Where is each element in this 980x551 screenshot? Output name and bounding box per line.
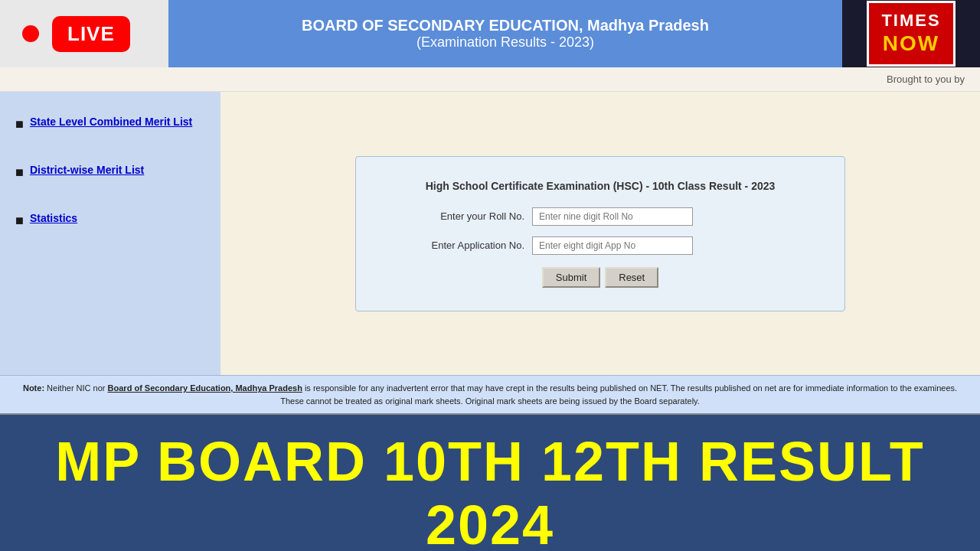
state-level-link[interactable]: State Level Combined Merit List bbox=[30, 115, 192, 130]
sidebar-item-statistics[interactable]: ■ Statistics bbox=[15, 211, 205, 229]
sidebar-item-district-wise[interactable]: ■ District-wise Merit List bbox=[15, 163, 205, 181]
disclaimer-board-link[interactable]: Board of Secondary Education, Madhya Pra… bbox=[108, 383, 302, 393]
bottom-banner-text: MP BOARD 10TH 12TH RESULT 2024 DATE bbox=[15, 430, 965, 551]
roll-no-input[interactable] bbox=[532, 207, 693, 226]
live-label: LIVE bbox=[52, 16, 130, 52]
roll-no-row: Enter your Roll No. bbox=[387, 207, 814, 226]
disclaimer-text1: Note: Neither NIC nor bbox=[23, 383, 108, 393]
brought-to-you: Brought to you by bbox=[887, 73, 965, 85]
statistics-link[interactable]: Statistics bbox=[30, 211, 77, 227]
disclaimer-text2: is responsible for any inadvertent error… bbox=[280, 383, 957, 406]
live-dot-icon bbox=[15, 18, 46, 49]
times-now-logo: TIMES NOW bbox=[842, 0, 980, 67]
district-wise-link[interactable]: District-wise Merit List bbox=[30, 163, 144, 178]
now-text: NOW bbox=[881, 31, 940, 57]
app-no-label: Enter Application No. bbox=[387, 240, 524, 251]
header-title: BOARD OF SECONDARY EDUCATION, Madhya Pra… bbox=[168, 0, 842, 67]
main-area: ■ State Level Combined Merit List ■ Dist… bbox=[0, 92, 980, 375]
disclaimer: Note: Neither NIC nor Board of Secondary… bbox=[0, 375, 980, 415]
bullet-icon-district: ■ bbox=[15, 165, 24, 181]
app-no-row: Enter Application No. bbox=[387, 236, 814, 255]
header-title-line2: (Examination Results - 2023) bbox=[416, 34, 594, 51]
banner-line1: MP BOARD 10TH 12TH RESULT 2024 bbox=[15, 430, 965, 551]
sidebar: ■ State Level Combined Merit List ■ Dist… bbox=[0, 92, 220, 375]
header-title-line1: BOARD OF SECONDARY EDUCATION, Madhya Pra… bbox=[302, 17, 709, 34]
reset-button[interactable]: Reset bbox=[605, 267, 658, 288]
roll-no-label: Enter your Roll No. bbox=[387, 210, 524, 222]
header: LIVE BOARD OF SECONDARY EDUCATION, Madhy… bbox=[0, 0, 980, 67]
bullet-icon-statistics: ■ bbox=[15, 213, 24, 229]
form-title: High School Certificate Examination (HSC… bbox=[387, 180, 814, 192]
bottom-banner: MP BOARD 10TH 12TH RESULT 2024 DATE bbox=[0, 415, 980, 551]
content-area: High School Certificate Examination (HSC… bbox=[220, 92, 980, 375]
form-card: High School Certificate Examination (HSC… bbox=[355, 156, 845, 311]
bullet-icon-state: ■ bbox=[15, 116, 24, 132]
times-text: TIMES bbox=[881, 11, 940, 31]
app-no-input[interactable] bbox=[532, 236, 693, 255]
submit-button[interactable]: Submit bbox=[542, 267, 600, 288]
live-badge: LIVE bbox=[0, 0, 168, 67]
form-buttons: Submit Reset bbox=[387, 267, 814, 288]
subheader: Brought to you by bbox=[0, 67, 980, 92]
sidebar-item-state-level[interactable]: ■ State Level Combined Merit List bbox=[15, 115, 205, 132]
